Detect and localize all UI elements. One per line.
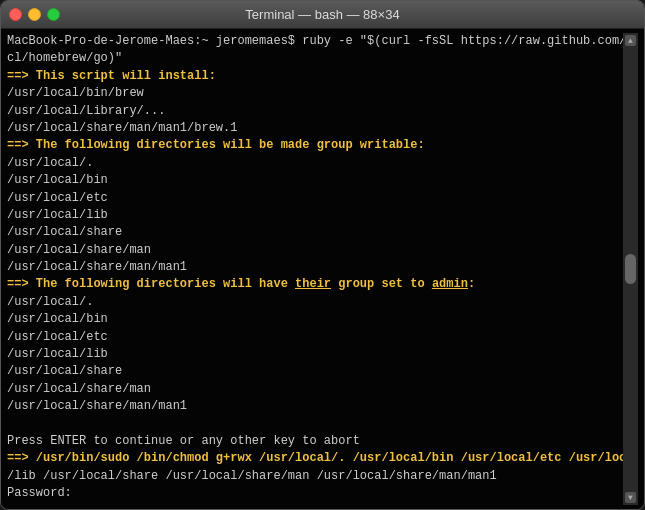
terminal-line: /lib /usr/local/share /usr/local/share/m…: [7, 468, 607, 485]
terminal-line: cl/homebrew/go)": [7, 50, 607, 67]
terminal-line: /usr/local/etc: [7, 329, 607, 346]
terminal-line: ==> This script will install:: [7, 68, 607, 85]
terminal-line: /usr/local/share/man: [7, 381, 607, 398]
terminal-line: /usr/local/share: [7, 224, 607, 241]
window-title: Terminal — bash — 88×34: [245, 7, 399, 22]
traffic-lights: [9, 8, 60, 21]
terminal-line: Password:: [7, 485, 607, 502]
terminal-line: /usr/local/Library/...: [7, 103, 607, 120]
terminal-line: /usr/local/bin/brew: [7, 85, 607, 102]
scroll-down-arrow[interactable]: ▼: [625, 492, 636, 503]
close-button[interactable]: [9, 8, 22, 21]
terminal-line: ==> The following directories will have …: [7, 276, 607, 293]
scrollbar-thumb[interactable]: [625, 254, 636, 284]
terminal-line: /usr/local/.: [7, 294, 607, 311]
terminal-line: /usr/local/bin: [7, 172, 607, 189]
terminal-line: /usr/local/lib: [7, 346, 607, 363]
terminal-content: MacBook-Pro-de-Jerome-Maes:~ jeromemaes$…: [7, 33, 623, 505]
terminal-window: Terminal — bash — 88×34 MacBook-Pro-de-J…: [0, 0, 645, 510]
terminal-line: /usr/local/share/man/man1: [7, 259, 607, 276]
scrollbar[interactable]: ▲ ▼: [623, 33, 638, 505]
terminal-line: ==> The following directories will be ma…: [7, 137, 607, 154]
terminal-line: ==> /usr/bin/sudo /usr/bin/chgrp admin /…: [7, 503, 607, 505]
terminal-line: Press ENTER to continue or any other key…: [7, 433, 607, 450]
terminal-body[interactable]: MacBook-Pro-de-Jerome-Maes:~ jeromemaes$…: [1, 29, 644, 509]
scroll-up-arrow[interactable]: ▲: [625, 35, 636, 46]
terminal-line: /usr/local/bin: [7, 311, 607, 328]
minimize-button[interactable]: [28, 8, 41, 21]
terminal-line: /usr/local/lib: [7, 207, 607, 224]
terminal-line: /usr/local/.: [7, 155, 607, 172]
terminal-line: /usr/local/share/man/man1: [7, 398, 607, 415]
terminal-line: /usr/local/share/man: [7, 242, 607, 259]
terminal-line: MacBook-Pro-de-Jerome-Maes:~ jeromemaes$…: [7, 33, 607, 50]
terminal-line: /usr/local/etc: [7, 190, 607, 207]
title-bar: Terminal — bash — 88×34: [1, 1, 644, 29]
terminal-line: [7, 416, 607, 433]
terminal-line: /usr/local/share/man/man1/brew.1: [7, 120, 607, 137]
terminal-line: ==> /usr/bin/sudo /bin/chmod g+rwx /usr/…: [7, 450, 607, 467]
maximize-button[interactable]: [47, 8, 60, 21]
terminal-line: /usr/local/share: [7, 363, 607, 380]
